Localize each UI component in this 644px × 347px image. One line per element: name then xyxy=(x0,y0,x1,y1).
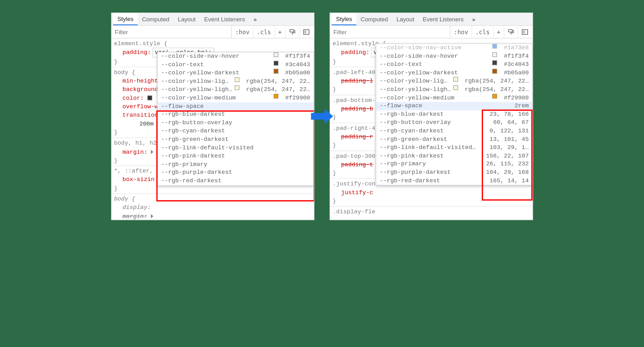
display-prop[interactable]: display: xyxy=(114,203,311,212)
expand-icon[interactable] xyxy=(151,150,153,154)
var-row[interactable]: --color-yellow-lig…rgba(254, 247, 22… xyxy=(158,77,314,85)
color-swatch xyxy=(453,77,458,82)
autocomplete-popup-left[interactable]: --color-side-nav-hover#f1f3f4 --color-te… xyxy=(157,52,314,186)
element-style-selector: element.style { xyxy=(114,39,311,48)
tab-layout[interactable]: Layout xyxy=(392,13,419,25)
var-row[interactable]: --rgb-pink-darkest156, 22, 107 xyxy=(376,152,532,160)
var-row[interactable]: --flow-space xyxy=(158,102,314,110)
cls-button[interactable]: .cls xyxy=(472,26,493,38)
var-row[interactable]: --flow-space2rem xyxy=(376,102,532,110)
var-row[interactable]: --rgb-purple-darkest xyxy=(158,168,314,177)
var-row[interactable]: --rgb-green-darkest xyxy=(158,135,314,143)
padding-prop[interactable]: padding: xyxy=(114,49,151,56)
var-row[interactable]: --color-yellow-ligh…rgba(254, 247, 22… xyxy=(376,85,532,93)
display-flex-selector: .display-fle xyxy=(333,207,530,216)
color-swatch xyxy=(235,77,239,82)
var-row[interactable]: --rgb-green-darkest13, 101, 45 xyxy=(376,135,532,143)
color-swatch xyxy=(274,52,278,57)
devtools-panel-right: Styles Computed Layout Event Listeners »… xyxy=(330,13,533,220)
ua-body-selector: body { xyxy=(114,195,311,203)
ua-margin-prop[interactable]: margin: xyxy=(114,213,147,220)
tab-layout[interactable]: Layout xyxy=(174,13,200,25)
var-row[interactable]: --color-yellow-lig…rgba(254, 247, 22… xyxy=(376,77,532,85)
var-row[interactable]: --rgb-pink-darkest xyxy=(158,152,314,160)
devtools-panel-left: Styles Computed Layout Event Listeners »… xyxy=(111,13,314,220)
tabs-bar: Styles Computed Layout Event Listeners » xyxy=(330,13,533,26)
color-swatch xyxy=(274,94,278,99)
var-row[interactable]: --color-yellow-ligh…rgba(254, 247, 22… xyxy=(158,86,314,94)
var-row[interactable]: --color-side-nav-hover#f1f3f4 xyxy=(376,52,532,60)
tab-event-listeners[interactable]: Event Listeners xyxy=(418,13,468,25)
expand-icon[interactable] xyxy=(151,214,153,218)
var-row[interactable]: --rgb-blue-darkest23, 78, 166 xyxy=(376,110,532,119)
var-row[interactable]: --rgb-button-overlay60, 64, 67 xyxy=(376,119,532,127)
hov-button[interactable]: :hov xyxy=(450,26,472,38)
color-swatch xyxy=(274,61,278,65)
var-row[interactable]: --color-text#3c4043 xyxy=(158,61,314,69)
var-row[interactable]: --color-yellow-darkest#b05a00 xyxy=(158,69,314,77)
tab-more[interactable]: » xyxy=(468,13,480,25)
var-row[interactable]: --color-yellow-medium#f29900 xyxy=(376,94,532,102)
var-row[interactable]: --rgb-red-darkest165, 14, 14 xyxy=(376,177,532,185)
margin-prop[interactable]: margin: xyxy=(114,148,147,155)
color-swatch xyxy=(453,85,458,90)
color-swatch xyxy=(492,94,497,99)
tab-styles[interactable]: Styles xyxy=(332,13,356,25)
padding-prop[interactable]: padding: xyxy=(333,49,370,56)
tab-event-listeners[interactable]: Event Listeners xyxy=(200,13,249,25)
tab-computed[interactable]: Computed xyxy=(138,13,174,25)
var-row[interactable]: --rgb-cyan-darkest xyxy=(158,127,314,135)
styles-toolbar: :hov .cls + xyxy=(330,26,533,38)
svg-rect-0 xyxy=(290,29,293,32)
hov-button[interactable]: :hov xyxy=(232,26,253,38)
new-rule-button[interactable]: + xyxy=(275,26,286,38)
justify-content-prop[interactable]: justify-c xyxy=(333,188,530,197)
var-row[interactable]: --rgb-primary xyxy=(158,160,314,168)
paint-icon[interactable] xyxy=(504,26,518,38)
new-rule-button[interactable]: + xyxy=(493,26,504,38)
var-row[interactable]: --rgb-red-darkest xyxy=(158,177,314,185)
filter-input[interactable] xyxy=(111,26,232,38)
var-row[interactable]: --color-yellow-darkest#b05a00 xyxy=(376,69,532,77)
autocomplete-popup-right[interactable]: --color-side-nav-active#1a73e8 --color-s… xyxy=(376,44,533,185)
filter-input[interactable] xyxy=(330,26,451,38)
var-row[interactable]: --color-side-nav-hover#f1f3f4 xyxy=(158,52,314,61)
svg-rect-1 xyxy=(303,29,309,34)
arrow-icon xyxy=(310,108,334,125)
var-row[interactable]: --rgb-primary26, 115, 232 xyxy=(376,160,532,168)
var-row[interactable]: --rgb-cyan-darkest0, 122, 131 xyxy=(376,127,532,135)
svg-rect-3 xyxy=(522,29,528,34)
var-row[interactable]: --rgb-purple-darkest104, 29, 168 xyxy=(376,168,532,177)
tab-styles[interactable]: Styles xyxy=(113,13,137,25)
color-swatch xyxy=(235,86,239,90)
paint-icon[interactable] xyxy=(286,26,300,38)
toggle-sidebar-icon[interactable] xyxy=(299,26,314,38)
var-row[interactable]: --color-side-nav-active#1a73e8 xyxy=(376,44,532,52)
cls-button[interactable]: .cls xyxy=(253,26,275,38)
var-row[interactable]: --rgb-link-default-visited xyxy=(158,144,314,152)
color-swatch xyxy=(492,44,497,49)
var-row[interactable]: --rgb-button-overlay xyxy=(158,119,314,127)
svg-rect-2 xyxy=(508,29,512,32)
tabs-bar: Styles Computed Layout Event Listeners » xyxy=(111,13,314,26)
color-prop[interactable]: color: xyxy=(114,95,144,102)
var-row[interactable]: --color-yellow-medium#f29900 xyxy=(158,94,314,102)
var-row[interactable]: --rgb-blue-darkest xyxy=(158,110,314,119)
color-swatch xyxy=(492,61,497,65)
color-swatch xyxy=(492,69,497,73)
var-row[interactable]: --color-text#3c4043 xyxy=(376,61,532,69)
tab-more[interactable]: » xyxy=(249,13,261,25)
toggle-sidebar-icon[interactable] xyxy=(518,26,533,38)
color-swatch xyxy=(274,69,278,74)
rule-close: } xyxy=(333,197,530,205)
color-swatch xyxy=(492,52,497,57)
comparison-wrap: Styles Computed Layout Event Listeners »… xyxy=(111,13,533,220)
tab-computed[interactable]: Computed xyxy=(357,13,392,25)
var-row[interactable]: --rgb-link-default-visited…103, 29, 1… xyxy=(376,143,532,152)
styles-toolbar: :hov .cls + xyxy=(111,26,314,38)
